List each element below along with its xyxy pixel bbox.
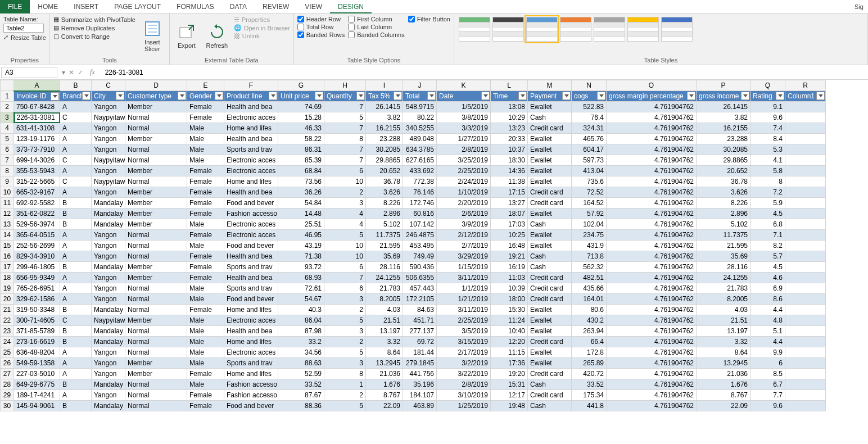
checkbox-banded_rows[interactable] bbox=[297, 31, 304, 38]
cell-O25[interactable]: 4.761904762 bbox=[607, 347, 697, 358]
cell-M9[interactable]: Ewallet bbox=[528, 176, 572, 187]
cell-F26[interactable]: Sports and trav bbox=[224, 358, 278, 369]
cell-A22[interactable]: 300-71-4605 bbox=[14, 315, 60, 326]
col-header-F[interactable]: F bbox=[224, 80, 278, 91]
cell-Q10[interactable]: 7.2 bbox=[751, 187, 785, 198]
option-banded_rows[interactable]: Banded Rows bbox=[297, 31, 345, 38]
cell-C19[interactable]: Yangon bbox=[92, 283, 125, 294]
cell-N23[interactable]: 263.94 bbox=[572, 326, 607, 337]
cell-H15[interactable]: 10 bbox=[324, 241, 366, 251]
cell-H21[interactable]: 2 bbox=[324, 305, 366, 315]
cell-N7[interactable]: 597.73 bbox=[572, 155, 607, 166]
cell-E23[interactable]: Male bbox=[187, 326, 224, 337]
cell-M26[interactable]: Ewallet bbox=[528, 358, 572, 369]
cell-D23[interactable]: Normal bbox=[125, 326, 187, 337]
cell-N12[interactable]: 57.92 bbox=[572, 209, 607, 219]
cell-B21[interactable]: B bbox=[60, 305, 92, 315]
cell-A2[interactable]: 750-67-8428 bbox=[14, 102, 60, 112]
col-header-A[interactable]: A bbox=[14, 80, 60, 91]
row-header-20[interactable]: 20 bbox=[1, 294, 14, 305]
cell-D3[interactable]: Normal bbox=[125, 112, 187, 123]
col-header-C[interactable]: C bbox=[92, 80, 125, 91]
cell-G4[interactable]: 46.33 bbox=[278, 123, 324, 134]
cell-A21[interactable]: 319-50-3348 bbox=[14, 305, 60, 315]
cell-F22[interactable]: Electronic acces bbox=[224, 315, 278, 326]
cell-D17[interactable]: Member bbox=[125, 262, 187, 273]
cell-J28[interactable]: 35.196 bbox=[403, 379, 437, 390]
cell-L25[interactable]: 11:15 bbox=[491, 347, 528, 358]
filter-icon[interactable] bbox=[562, 92, 571, 100]
cell-P19[interactable]: 21.783 bbox=[697, 283, 751, 294]
cell-K11[interactable]: 2/20/2019 bbox=[437, 198, 491, 209]
cell-J10[interactable]: 76.146 bbox=[403, 187, 437, 198]
cell-Q6[interactable]: 5.3 bbox=[751, 144, 785, 155]
ribbon-tab-view[interactable]: VIEW bbox=[297, 0, 330, 13]
cell-L24[interactable]: 12:20 bbox=[491, 337, 528, 347]
cell-F29[interactable]: Fashion accesso bbox=[224, 390, 278, 401]
cell-G21[interactable]: 40.3 bbox=[278, 305, 324, 315]
cell-Q7[interactable]: 4.1 bbox=[751, 155, 785, 166]
cell-C26[interactable]: Yangon bbox=[92, 358, 125, 369]
filter-icon[interactable] bbox=[518, 92, 527, 100]
cell-P14[interactable]: 11.7375 bbox=[697, 230, 751, 241]
cell-H4[interactable]: 7 bbox=[324, 123, 366, 134]
cell-I14[interactable]: 11.7375 bbox=[366, 230, 403, 241]
cell-O2[interactable]: 4.761904762 bbox=[607, 102, 697, 112]
row-header-11[interactable]: 11 bbox=[1, 198, 14, 209]
cell-Q18[interactable]: 4.6 bbox=[751, 273, 785, 283]
cell-R20[interactable] bbox=[785, 294, 826, 305]
cell-Q15[interactable]: 8.2 bbox=[751, 241, 785, 251]
cell-H10[interactable]: 2 bbox=[324, 187, 366, 198]
cell-J12[interactable]: 60.816 bbox=[403, 209, 437, 219]
cell-E7[interactable]: Male bbox=[187, 155, 224, 166]
cell-E16[interactable]: Female bbox=[187, 251, 224, 262]
cell-K6[interactable]: 2/8/2019 bbox=[437, 144, 491, 155]
cell-H7[interactable]: 7 bbox=[324, 155, 366, 166]
cell-Q21[interactable]: 4.4 bbox=[751, 305, 785, 315]
cell-G29[interactable]: 87.67 bbox=[278, 390, 324, 401]
cell-F2[interactable]: Health and bea bbox=[224, 102, 278, 112]
cell-M19[interactable]: Credit card bbox=[528, 283, 572, 294]
table-header-gross-margin-percentage[interactable]: gross margin percentage bbox=[607, 91, 697, 102]
row-header-29[interactable]: 29 bbox=[1, 390, 14, 401]
checkbox-filter_btn[interactable] bbox=[408, 16, 415, 22]
row-header-16[interactable]: 16 bbox=[1, 251, 14, 262]
cell-A7[interactable]: 699-14-3026 bbox=[14, 155, 60, 166]
cell-C24[interactable]: Mandalay bbox=[92, 337, 125, 347]
filter-icon[interactable] bbox=[178, 92, 186, 100]
table-header-time[interactable]: Time bbox=[491, 91, 528, 102]
cell-G2[interactable]: 74.69 bbox=[278, 102, 324, 112]
cell-R19[interactable] bbox=[785, 283, 826, 294]
cell-E3[interactable]: Female bbox=[187, 112, 224, 123]
cell-F14[interactable]: Electronic acces bbox=[224, 230, 278, 241]
table-header-unit-price[interactable]: Unit price bbox=[278, 91, 324, 102]
cell-H29[interactable]: 2 bbox=[324, 390, 366, 401]
cell-R23[interactable] bbox=[785, 326, 826, 337]
cell-E30[interactable]: Female bbox=[187, 401, 224, 411]
cell-B10[interactable]: A bbox=[60, 187, 92, 198]
cell-E29[interactable]: Female bbox=[187, 390, 224, 401]
cell-L21[interactable]: 15:30 bbox=[491, 305, 528, 315]
cell-P3[interactable]: 3.82 bbox=[697, 112, 751, 123]
cell-M24[interactable]: Credit card bbox=[528, 337, 572, 347]
cell-N6[interactable]: 604.17 bbox=[572, 144, 607, 155]
cell-L8[interactable]: 14:36 bbox=[491, 166, 528, 176]
cell-F4[interactable]: Home and lifes bbox=[224, 123, 278, 134]
filter-icon[interactable] bbox=[816, 92, 825, 100]
ribbon-tab-formulas[interactable]: FORMULAS bbox=[169, 0, 222, 13]
cell-K12[interactable]: 2/6/2019 bbox=[437, 209, 491, 219]
cell-C12[interactable]: Mandalay bbox=[92, 209, 125, 219]
cell-E2[interactable]: Female bbox=[187, 102, 224, 112]
row-header-19[interactable]: 19 bbox=[1, 283, 14, 294]
cell-Q14[interactable]: 7.1 bbox=[751, 230, 785, 241]
cell-C21[interactable]: Mandalay bbox=[92, 305, 125, 315]
cell-L15[interactable]: 16:48 bbox=[491, 241, 528, 251]
cell-L7[interactable]: 18:30 bbox=[491, 155, 528, 166]
cell-I17[interactable]: 28.116 bbox=[366, 262, 403, 273]
filter-icon[interactable] bbox=[741, 92, 749, 100]
cell-E28[interactable]: Male bbox=[187, 379, 224, 390]
cell-M6[interactable]: Ewallet bbox=[528, 144, 572, 155]
cell-B17[interactable]: B bbox=[60, 262, 92, 273]
cell-G19[interactable]: 72.61 bbox=[278, 283, 324, 294]
option-last_col[interactable]: Last Column bbox=[348, 24, 404, 30]
